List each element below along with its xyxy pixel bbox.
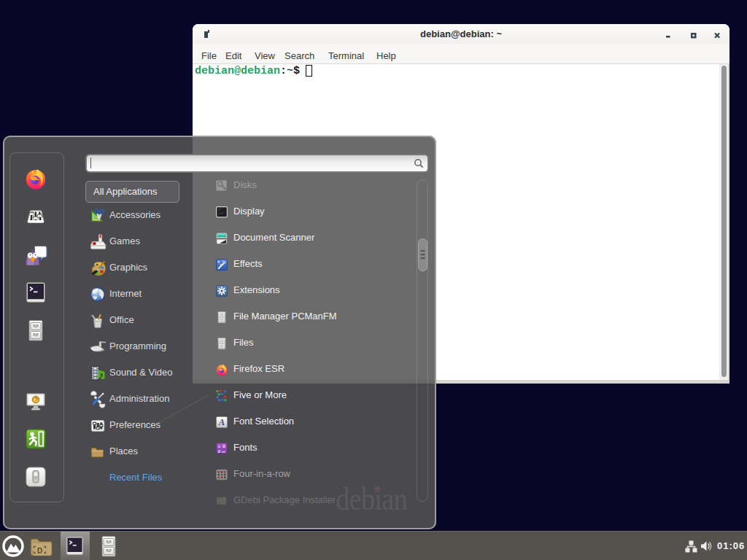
svg-text:D: D <box>37 547 42 555</box>
svg-text:a: a <box>217 448 220 454</box>
svg-text:ω: ω <box>222 448 225 454</box>
svg-text:A: A <box>218 417 225 427</box>
